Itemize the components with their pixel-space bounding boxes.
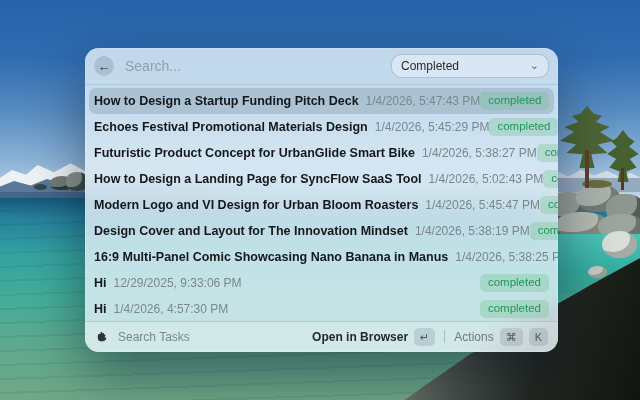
search-header: ← Completed ⌄ <box>85 48 558 85</box>
small-stone <box>588 266 607 278</box>
task-status-badge: completed <box>540 196 558 214</box>
actions-button[interactable]: Actions <box>454 330 493 344</box>
task-title: How to Design a Landing Page for SyncFlo… <box>94 172 422 186</box>
waterline-rock <box>34 184 47 190</box>
filter-selected-value: Completed <box>401 59 459 73</box>
task-timestamp: 1/4/2026, 5:38:19 PM <box>415 224 530 238</box>
pine-trunk <box>621 168 624 190</box>
task-row[interactable]: Modern Logo and VI Design for Urban Bloo… <box>89 192 554 218</box>
white-boulder <box>602 231 637 258</box>
task-title: Futuristic Product Concept for UrbanGlid… <box>94 146 415 160</box>
task-title: Echoes Festival Promotional Materials De… <box>94 120 368 134</box>
task-row[interactable]: How to Design a Landing Page for SyncFlo… <box>89 166 554 192</box>
task-timestamp: 1/4/2026, 5:45:47 PM <box>425 198 540 212</box>
task-row[interactable]: Hi 1/4/2026, 4:57:30 PM completed <box>89 296 554 321</box>
task-row[interactable]: Design Cover and Layout for The Innovati… <box>89 218 554 244</box>
task-timestamp: 1/4/2026, 5:38:25 PM <box>455 250 558 264</box>
k-key[interactable]: K <box>529 328 548 346</box>
task-row[interactable]: Hi 12/29/2025, 9:33:06 PM completed <box>89 270 554 296</box>
task-status-badge: completed <box>530 222 558 240</box>
task-timestamp: 1/4/2026, 5:45:29 PM <box>375 120 490 134</box>
task-timestamp: 12/29/2025, 9:33:06 PM <box>114 276 242 290</box>
app-logo-icon <box>95 330 110 345</box>
task-timestamp: 1/4/2026, 5:02:43 PM <box>429 172 544 186</box>
task-status-badge: completed <box>480 300 549 318</box>
search-input[interactable] <box>123 57 391 75</box>
task-title: 16:9 Multi-Panel Comic Showcasing Nano B… <box>94 250 448 264</box>
task-title: Modern Logo and VI Design for Urban Bloo… <box>94 198 418 212</box>
task-status-badge: completed <box>480 274 549 292</box>
task-row[interactable]: Echoes Festival Promotional Materials De… <box>89 114 554 140</box>
task-timestamp: 1/4/2026, 5:47:43 PM <box>366 94 481 108</box>
back-arrow-icon: ← <box>98 60 111 73</box>
task-status-badge: completed <box>537 144 558 162</box>
footer-divider <box>444 330 445 343</box>
granite-shore <box>548 182 640 238</box>
task-status-badge: completed <box>489 118 558 136</box>
chevron-down-icon: ⌄ <box>530 60 539 71</box>
task-row[interactable]: Futuristic Product Concept for UrbanGlid… <box>89 140 554 166</box>
task-row[interactable]: How to Design a Startup Funding Pitch De… <box>89 88 554 114</box>
task-title: Hi <box>94 276 107 290</box>
footer-app-label: Search Tasks <box>118 330 190 344</box>
search-tasks-window: ← Completed ⌄ How to Design a Startup Fu… <box>85 48 558 352</box>
task-timestamp: 1/4/2026, 4:57:30 PM <box>114 302 229 316</box>
back-button[interactable]: ← <box>94 56 114 76</box>
command-key-icon[interactable]: ⌘ <box>500 328 523 346</box>
task-timestamp: 1/4/2026, 5:38:27 PM <box>422 146 537 160</box>
task-status-badge: completed <box>543 170 558 188</box>
task-title: Design Cover and Layout for The Innovati… <box>94 224 408 238</box>
task-list: How to Design a Startup Funding Pitch De… <box>85 85 558 321</box>
task-status-badge: completed <box>480 92 549 110</box>
footer-bar: Search Tasks Open in Browser ↵ Actions ⌘… <box>85 321 558 352</box>
task-row[interactable]: 16:9 Multi-Panel Comic Showcasing Nano B… <box>89 244 554 270</box>
open-in-browser-button[interactable]: Open in Browser <box>312 330 408 344</box>
status-filter-dropdown[interactable]: Completed ⌄ <box>391 54 549 78</box>
return-key-icon[interactable]: ↵ <box>414 328 435 346</box>
task-title: Hi <box>94 302 107 316</box>
task-title: How to Design a Startup Funding Pitch De… <box>94 94 359 108</box>
pine-trunk <box>585 150 589 188</box>
